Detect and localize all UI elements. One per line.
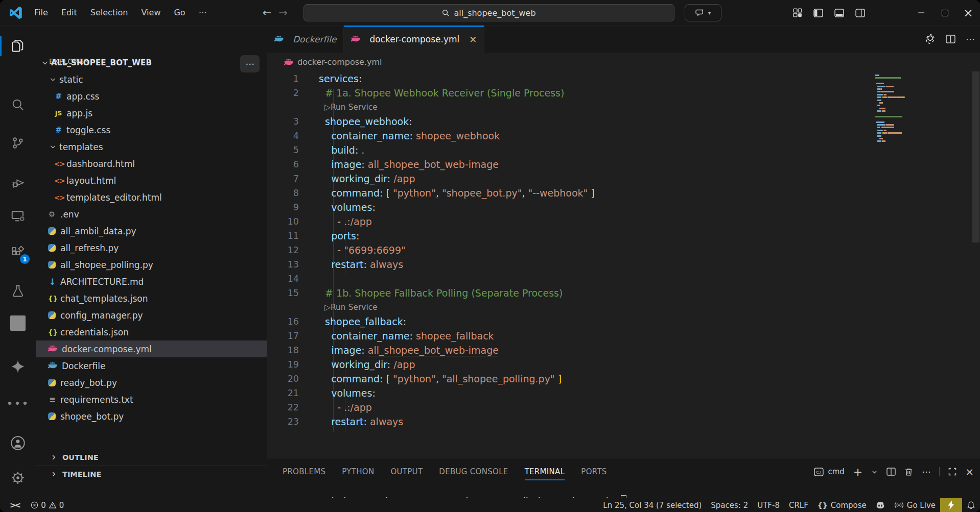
tree-item-app.css[interactable]: #app.css bbox=[36, 88, 267, 105]
accounts-icon[interactable] bbox=[0, 429, 36, 457]
terminal-shell-selector[interactable]: C:\ cmd bbox=[814, 467, 844, 476]
menu-[interactable]: ⋯ bbox=[192, 5, 214, 20]
tree-item-dockerfile[interactable]: Dockerfile bbox=[36, 357, 267, 374]
tree-item-toggle.css[interactable]: #toggle.css bbox=[36, 121, 267, 138]
tree-item-architecture.md[interactable]: ↓ARCHITECTURE.md bbox=[36, 273, 267, 290]
minimize-button[interactable]: ─ bbox=[909, 0, 933, 26]
settings-gear-icon[interactable] bbox=[0, 464, 36, 492]
status-go-live[interactable]: Go Live bbox=[890, 498, 940, 512]
panel-tab-debug-console[interactable]: DEBUG CONSOLE bbox=[439, 458, 508, 485]
code-editor[interactable]: 1services:2 # 1a. Shopee Webhook Receive… bbox=[267, 71, 980, 458]
minimap[interactable] bbox=[875, 75, 931, 143]
testing-icon[interactable] bbox=[0, 277, 36, 305]
new-terminal-icon[interactable]: + bbox=[853, 466, 862, 478]
toggle-panel-icon[interactable] bbox=[834, 9, 844, 17]
tree-item-requirements.txt[interactable]: ≡requirements.txt bbox=[36, 391, 267, 408]
status-language-mode[interactable]: {}Compose bbox=[813, 498, 871, 512]
tree-item-config-manager.py[interactable]: config_manager.py bbox=[36, 307, 267, 324]
minimap-line bbox=[875, 113, 931, 114]
scrollbar-thumb[interactable] bbox=[972, 71, 979, 242]
command-center[interactable]: all_shopee_bot_web bbox=[304, 4, 674, 21]
tree-root-folder[interactable]: ALL_SHOPEE_BOT_WEB bbox=[36, 54, 267, 71]
tree-item-templates[interactable]: templates bbox=[36, 138, 267, 155]
tree-item-all-refresh.py[interactable]: all_refresh.py bbox=[36, 239, 267, 256]
tree-item-docker-compose.yml[interactable]: docker-compose.yml bbox=[36, 340, 267, 357]
explorer-icon[interactable] bbox=[0, 32, 36, 60]
code-line-2: 2 # 1a. Shopee Webhook Receiver (Single … bbox=[267, 86, 980, 100]
tree-item-app.js[interactable]: JSapp.js bbox=[36, 105, 267, 121]
chatgpt-icon[interactable] bbox=[925, 34, 936, 44]
gemini-sparkle-icon[interactable] bbox=[0, 352, 36, 381]
menu-file[interactable]: File bbox=[28, 5, 55, 20]
editor-tab-docker-compose-yml[interactable]: docker-compose.yml× bbox=[344, 26, 484, 53]
status-thunder-client[interactable] bbox=[940, 498, 962, 512]
problems-status[interactable]: 0 0 bbox=[26, 498, 68, 512]
menu-go[interactable]: Go bbox=[167, 5, 192, 20]
more-views-icon[interactable]: ••• bbox=[0, 389, 36, 418]
status-encoding[interactable]: UTF-8 bbox=[753, 498, 784, 512]
menu-selection[interactable]: Selection bbox=[84, 5, 135, 20]
outline-section[interactable]: OUTLINE bbox=[36, 449, 267, 466]
source-control-icon[interactable] bbox=[0, 129, 36, 157]
tree-item-layout.html[interactable]: <>layout.html bbox=[36, 172, 267, 189]
breadcrumb[interactable]: docker-compose.yml bbox=[267, 53, 980, 71]
panel-tab-terminal[interactable]: TERMINAL bbox=[525, 458, 565, 485]
extension-square-icon[interactable] bbox=[0, 309, 36, 337]
close-tab-icon[interactable]: × bbox=[469, 34, 477, 44]
tree-item-.env[interactable]: .env bbox=[36, 206, 267, 223]
tree-item-static[interactable]: static bbox=[36, 71, 267, 88]
close-panel-icon[interactable]: × bbox=[965, 466, 974, 478]
remote-explorer-icon[interactable] bbox=[0, 202, 36, 230]
extensions-icon[interactable]: 1 bbox=[0, 238, 36, 267]
panel-tab-problems[interactable]: PROBLEMS bbox=[283, 458, 325, 485]
tree-item-chat-templates.json[interactable]: {}chat_templates.json bbox=[36, 290, 267, 307]
tree-item-all-ambil-data.py[interactable]: all_ambil_data.py bbox=[36, 223, 267, 239]
more-actions-icon[interactable]: ⋯ bbox=[966, 34, 975, 44]
tree-item-credentials.json[interactable]: {}credentials.json bbox=[36, 324, 267, 340]
codelens-run-service[interactable]: ▷Run Service bbox=[267, 100, 980, 114]
toggle-primary-sidebar-icon[interactable] bbox=[813, 9, 823, 17]
tree-item-templates-editor.html[interactable]: <>templates_editor.html bbox=[36, 189, 267, 206]
timeline-section[interactable]: TIMELINE bbox=[36, 466, 267, 482]
minimap-line bbox=[875, 91, 931, 92]
status-eol[interactable]: CRLF bbox=[784, 498, 813, 512]
panel-tab-python[interactable]: PYTHON bbox=[342, 458, 374, 485]
split-terminal-icon[interactable] bbox=[886, 468, 896, 476]
codelens-run-service[interactable]: ▷Run Service bbox=[267, 300, 980, 314]
toggle-secondary-sidebar-icon[interactable] bbox=[855, 9, 865, 17]
status-label: Go Live bbox=[907, 501, 936, 510]
menu-view[interactable]: View bbox=[135, 5, 168, 20]
chevron-down-icon bbox=[49, 76, 57, 84]
tree-item-shopee-bot.py[interactable]: shopee_bot.py bbox=[36, 408, 267, 425]
search-icon[interactable] bbox=[0, 90, 36, 119]
status-indentation[interactable]: Spaces: 2 bbox=[706, 498, 753, 512]
run-debug-icon[interactable] bbox=[0, 168, 36, 197]
panel-more-actions-icon[interactable]: ⋯ bbox=[922, 467, 930, 477]
tree-item-dashboard.html[interactable]: <>dashboard.html bbox=[36, 155, 267, 172]
copilot-chat-button[interactable]: ▾ bbox=[685, 4, 721, 21]
close-window-button[interactable]: × bbox=[956, 0, 980, 26]
menu-edit[interactable]: Edit bbox=[55, 5, 84, 20]
kill-terminal-trash-icon[interactable] bbox=[904, 468, 913, 476]
editor-tab-dockerfile[interactable]: Dockerfile bbox=[267, 26, 344, 53]
maximize-panel-icon[interactable] bbox=[948, 468, 956, 476]
remote-indicator[interactable]: >< bbox=[5, 498, 24, 512]
minimap-line bbox=[875, 105, 931, 106]
status-cursor-position[interactable]: Ln 25, Col 34 (7 selected) bbox=[598, 498, 706, 512]
tree-item-ready-bot.py[interactable]: ready_bot.py bbox=[36, 374, 267, 391]
tree-item-all-shopee-polling.py[interactable]: all_shopee_polling.py bbox=[36, 256, 267, 273]
panel-tab-ports[interactable]: PORTS bbox=[581, 458, 606, 485]
maximize-button[interactable] bbox=[933, 0, 956, 26]
status-copilot-status[interactable] bbox=[871, 498, 890, 512]
terminal-dropdown-chevron-icon[interactable] bbox=[871, 469, 878, 475]
status-notifications[interactable] bbox=[962, 498, 980, 512]
python-file-icon bbox=[48, 261, 56, 269]
forward-arrow-icon[interactable]: → bbox=[278, 7, 288, 19]
line-number: 23 bbox=[267, 415, 299, 429]
panel-tab-output[interactable]: OUTPUT bbox=[390, 458, 423, 485]
split-editor-icon[interactable] bbox=[946, 35, 955, 43]
customize-layout-icon[interactable] bbox=[793, 8, 802, 17]
back-arrow-icon[interactable]: ← bbox=[263, 7, 272, 19]
editor-scrollbar[interactable] bbox=[972, 71, 980, 458]
line-number: 19 bbox=[267, 357, 299, 372]
